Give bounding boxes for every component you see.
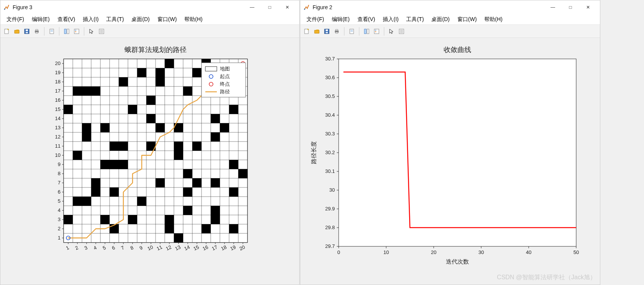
svg-rect-106 [229, 187, 238, 197]
menu-view[interactable]: 查看(V) [354, 15, 379, 24]
svg-text:7: 7 [58, 180, 61, 186]
pointer-icon[interactable] [387, 27, 396, 36]
menu-view[interactable]: 查看(V) [54, 15, 79, 24]
svg-rect-230 [374, 29, 379, 34]
save-icon[interactable] [23, 27, 31, 36]
svg-rect-79 [119, 77, 128, 86]
svg-rect-109 [238, 169, 247, 178]
menu-file[interactable]: 文件(F) [3, 15, 28, 24]
svg-text:20: 20 [238, 244, 246, 252]
svg-text:10: 10 [383, 249, 389, 255]
menu-file[interactable]: 文件(F) [303, 15, 328, 24]
print-icon[interactable] [333, 27, 341, 36]
svg-rect-92 [174, 142, 183, 151]
svg-text:迭代次数: 迭代次数 [446, 258, 469, 265]
svg-text:15: 15 [192, 244, 200, 252]
page-setup-icon[interactable] [347, 27, 356, 36]
menu-insert[interactable]: 插入(I) [379, 15, 402, 24]
figure-window-2: Figure 2 — □ ✕ 文件(F) 编辑(E) 查看(V) 插入(I) 工… [300, 0, 600, 285]
svg-rect-114 [82, 197, 91, 206]
svg-text:19: 19 [229, 244, 236, 252]
titlebar: Figure 2 — □ ✕ [300, 0, 600, 14]
svg-rect-67 [73, 197, 82, 206]
svg-rect-94 [183, 169, 192, 178]
svg-text:4: 4 [93, 245, 98, 251]
menu-window[interactable]: 窗口(W) [454, 15, 481, 24]
insert-legend-icon[interactable] [72, 27, 81, 36]
menu-help[interactable]: 帮助(H) [180, 15, 206, 24]
menu-edit[interactable]: 编辑(E) [28, 15, 54, 24]
svg-text:8: 8 [58, 171, 61, 176]
menu-window[interactable]: 窗口(W) [154, 15, 181, 24]
svg-text:11: 11 [156, 244, 163, 252]
svg-rect-101 [211, 215, 220, 224]
svg-text:30.6: 30.6 [325, 75, 335, 80]
svg-text:9: 9 [58, 161, 61, 167]
svg-text:50: 50 [574, 249, 579, 255]
svg-text:蛾群算法规划的路径: 蛾群算法规划的路径 [125, 46, 187, 54]
svg-rect-104 [220, 123, 229, 132]
print-icon[interactable] [33, 27, 41, 36]
svg-text:终点: 终点 [220, 81, 230, 87]
insert-legend-icon[interactable] [372, 27, 381, 36]
svg-text:30.7: 30.7 [325, 56, 335, 62]
svg-rect-115 [91, 187, 100, 197]
svg-rect-87 [156, 77, 165, 86]
svg-text:1: 1 [58, 235, 61, 241]
svg-rect-221 [326, 32, 328, 33]
matlab-icon [303, 4, 310, 11]
menu-edit[interactable]: 编辑(E) [328, 15, 354, 24]
close-button[interactable]: ✕ [579, 0, 597, 14]
minimize-button[interactable]: — [243, 0, 261, 14]
svg-text:18: 18 [55, 79, 61, 85]
svg-text:11: 11 [55, 143, 61, 149]
figure-body-left: 蛾群算法规划的路径1234567891011121314151617181920… [0, 38, 299, 285]
svg-rect-105 [229, 224, 238, 233]
svg-text:40: 40 [526, 249, 531, 255]
link-axes-icon[interactable] [62, 27, 71, 36]
svg-rect-118 [91, 178, 100, 187]
svg-text:6: 6 [58, 189, 61, 195]
menu-insert[interactable]: 插入(I) [79, 15, 102, 24]
svg-text:30.5: 30.5 [325, 93, 335, 99]
svg-rect-86 [156, 123, 165, 132]
pointer-icon[interactable] [87, 27, 96, 36]
menu-desktop[interactable]: 桌面(D) [428, 15, 453, 24]
minimize-button[interactable]: — [544, 0, 562, 14]
close-button[interactable]: ✕ [279, 0, 296, 14]
properties-icon[interactable] [97, 27, 106, 36]
menu-tools[interactable]: 工具(T) [402, 15, 428, 24]
svg-text:14: 14 [183, 244, 190, 252]
svg-rect-7 [36, 29, 38, 31]
svg-text:8: 8 [129, 245, 134, 251]
svg-rect-120 [119, 142, 128, 151]
svg-text:12: 12 [55, 134, 61, 140]
open-icon[interactable] [13, 27, 21, 36]
page-setup-icon[interactable] [48, 27, 56, 36]
maximize-button[interactable]: □ [261, 0, 279, 14]
menu-tools[interactable]: 工具(T) [102, 15, 128, 24]
save-icon[interactable] [323, 27, 331, 36]
svg-rect-117 [183, 187, 192, 197]
link-axes-icon[interactable] [362, 27, 371, 36]
maximize-button[interactable]: □ [562, 0, 579, 14]
properties-icon[interactable] [397, 27, 406, 36]
svg-text:地图: 地图 [220, 66, 230, 72]
new-icon[interactable] [303, 27, 311, 36]
menu-desktop[interactable]: 桌面(D) [128, 15, 153, 24]
svg-text:14: 14 [55, 116, 61, 121]
svg-rect-124 [211, 114, 220, 123]
svg-text:起点: 起点 [220, 73, 230, 79]
open-icon[interactable] [313, 27, 321, 36]
svg-text:29.8: 29.8 [325, 225, 335, 230]
svg-rect-111 [165, 224, 174, 233]
svg-rect-8 [36, 32, 38, 33]
svg-rect-13 [67, 29, 69, 34]
new-icon[interactable] [3, 27, 11, 36]
svg-text:0: 0 [337, 249, 340, 255]
svg-rect-99 [202, 224, 211, 233]
svg-text:30: 30 [478, 249, 484, 255]
menu-help[interactable]: 帮助(H) [480, 15, 506, 24]
svg-rect-89 [165, 215, 174, 224]
svg-rect-121 [82, 132, 91, 142]
